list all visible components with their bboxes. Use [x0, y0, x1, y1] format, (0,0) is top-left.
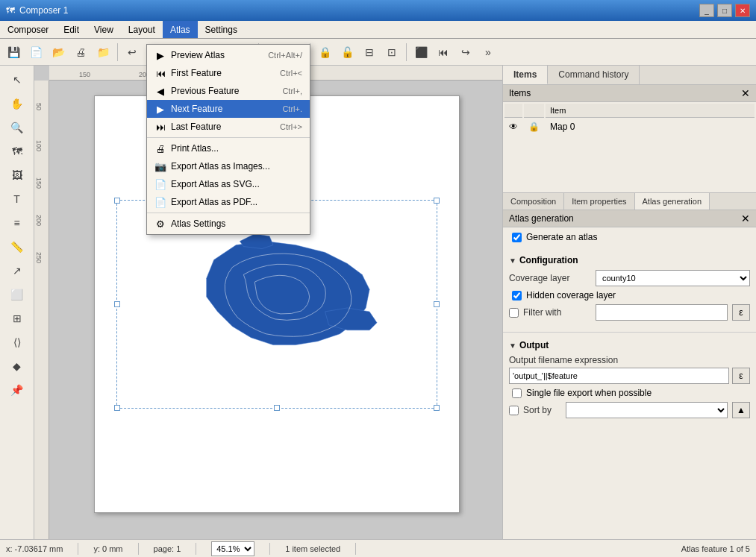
undo-button[interactable]: ↩	[122, 42, 143, 63]
filter-checkbox[interactable]	[509, 308, 519, 318]
align-left-button[interactable]: ⬛	[410, 42, 431, 63]
sort-by-select[interactable]	[566, 402, 728, 418]
filter-expr-button[interactable]: ε	[732, 304, 750, 321]
add-scalebar-tool[interactable]: 📏	[6, 236, 28, 258]
tab-atlas-generation[interactable]: Atlas generation	[635, 193, 710, 210]
dd-atlas-settings[interactable]: ⚙ Atlas Settings	[147, 215, 310, 233]
dd-first-feature[interactable]: ⏮ First Feature Ctrl+<	[147, 64, 310, 82]
dd-last-feature[interactable]: ⏭ Last Feature Ctrl+>	[147, 118, 310, 136]
toolbar-sep-1	[117, 43, 118, 61]
add-image-tool[interactable]: 🖼	[6, 164, 28, 186]
sort-checkbox[interactable]	[509, 406, 519, 415]
single-file-row: Single file export when possible	[509, 388, 750, 398]
menu-view[interactable]: View	[87, 21, 121, 38]
menu-edit[interactable]: Edit	[56, 21, 87, 38]
add-legend-tool[interactable]: ≡	[6, 212, 28, 234]
item-name[interactable]: Map 0	[546, 119, 755, 134]
dd-preview-atlas[interactable]: ▶ Preview Atlas Ctrl+Alt+/	[147, 46, 310, 64]
output-header[interactable]: ▼ Output	[509, 340, 750, 350]
add-html-tool[interactable]: ⟨⟩	[6, 331, 28, 353]
more-button[interactable]: »	[478, 42, 499, 63]
minimize-button[interactable]: _	[699, 4, 714, 17]
close-button[interactable]: ✕	[735, 4, 750, 17]
section-divider	[503, 332, 756, 333]
maximize-button[interactable]: □	[717, 4, 732, 17]
pan-tool[interactable]: ✋	[6, 92, 28, 115]
dd-export-pdf[interactable]: 📄 Export Atlas as PDF...	[147, 193, 310, 211]
add-shape-tool[interactable]: ⬜	[6, 283, 28, 306]
ungroup-button[interactable]: ⊡	[381, 42, 402, 63]
filename-input[interactable]	[509, 368, 729, 384]
redo-button[interactable]: ↪	[455, 42, 476, 63]
menubar: Composer Edit View Layout Atlas Settings	[0, 21, 756, 39]
tab-item-properties[interactable]: Item properties	[564, 193, 634, 210]
menu-atlas[interactable]: Atlas	[163, 21, 198, 38]
single-file-checkbox[interactable]	[512, 388, 522, 398]
first-feature-button[interactable]: ⏮	[433, 42, 454, 63]
app-title: Composer 1	[19, 5, 68, 16]
node-tool[interactable]: ◆	[6, 355, 28, 377]
filename-row: Output filename expression ε	[509, 355, 750, 384]
item-visible-icon[interactable]: 👁	[504, 119, 522, 134]
open-button[interactable]: 📂	[48, 42, 69, 63]
unlock-button[interactable]: 🔓	[337, 42, 357, 63]
status-sep-4	[269, 543, 270, 555]
dd-preview-label: Preview Atlas	[171, 50, 225, 60]
dd-next-feature[interactable]: ▶ Next Feature Ctrl+.	[147, 100, 310, 118]
configuration-section: ▼ Configuration Coverage layer county10 …	[503, 251, 756, 329]
new-button[interactable]: 📄	[25, 42, 46, 63]
ruler-left: 50 100 150 200 250	[34, 81, 49, 539]
add-arrow-tool[interactable]: ↗	[6, 259, 28, 282]
config-title: Configuration	[519, 255, 578, 265]
add-table-tool[interactable]: ⊞	[6, 307, 28, 330]
zoom-select[interactable]: 45.1%	[211, 541, 254, 556]
hidden-coverage-checkbox[interactable]	[512, 291, 522, 300]
tab-items[interactable]: Items	[503, 66, 548, 84]
dd-sep-2	[147, 213, 310, 213]
folder-button[interactable]: 📁	[93, 42, 113, 63]
menu-composer[interactable]: Composer	[0, 21, 56, 38]
dd-print-atlas[interactable]: 🖨 Print Atlas...	[147, 139, 310, 157]
dd-export-svg-label: Export Atlas as SVG...	[171, 179, 260, 189]
menu-layout[interactable]: Layout	[121, 21, 163, 38]
dd-prev-feature[interactable]: ◀ Previous Feature Ctrl+,	[147, 82, 310, 100]
sort-by-label: Sort by	[523, 405, 552, 415]
generate-atlas-label: Generate an atlas	[526, 232, 597, 242]
menu-settings[interactable]: Settings	[198, 21, 245, 38]
filename-expr-button[interactable]: ε	[732, 368, 750, 384]
output-arrow: ▼	[509, 342, 516, 350]
config-header[interactable]: ▼ Configuration	[509, 255, 750, 265]
zoom-tool[interactable]: 🔍	[6, 116, 28, 139]
dd-preview-shortcut: Ctrl+Alt+/	[268, 51, 302, 60]
add-label-tool[interactable]: T	[6, 188, 28, 210]
generate-section: Generate an atlas	[503, 227, 756, 251]
sort-by-row: Sort by ▲	[509, 402, 750, 418]
add-map-tool[interactable]: 🗺	[6, 140, 28, 163]
item-lock-icon[interactable]: 🔒	[524, 119, 544, 134]
select-tool[interactable]: ↖	[6, 69, 28, 91]
items-close-button[interactable]: ✕	[741, 87, 750, 99]
dd-atlas-settings-label: Atlas Settings	[171, 218, 225, 229]
single-file-label: Single file export when possible	[526, 388, 652, 398]
pin-tool[interactable]: 📌	[6, 379, 28, 401]
table-row[interactable]: 👁 🔒 Map 0	[504, 119, 755, 134]
atlas-panel-close[interactable]: ✕	[741, 213, 750, 224]
tab-command-history[interactable]: Command history	[548, 66, 640, 84]
tab-composition[interactable]: Composition	[503, 193, 564, 210]
generate-atlas-checkbox[interactable]	[512, 233, 522, 242]
print-button[interactable]: 🖨	[70, 42, 91, 63]
dd-export-svg[interactable]: 📄 Export Atlas as SVG...	[147, 175, 310, 193]
lock-button[interactable]: 🔒	[314, 42, 335, 63]
generate-checkbox-row: Generate an atlas	[509, 232, 750, 242]
group-button[interactable]: ⊟	[359, 42, 380, 63]
coverage-layer-select[interactable]: county10	[596, 270, 750, 286]
col-lock	[524, 104, 544, 118]
filter-input[interactable]	[596, 304, 728, 321]
dd-export-images[interactable]: 📷 Export Atlas as Images...	[147, 157, 310, 175]
atlas-panel-header: Atlas generation ✕	[503, 210, 756, 227]
config-arrow: ▼	[509, 257, 516, 265]
sort-up-button[interactable]: ▲	[732, 402, 750, 418]
save-button[interactable]: 💾	[3, 42, 24, 63]
preview-atlas-icon: ▶	[154, 49, 166, 61]
dd-sep-1	[147, 137, 310, 138]
